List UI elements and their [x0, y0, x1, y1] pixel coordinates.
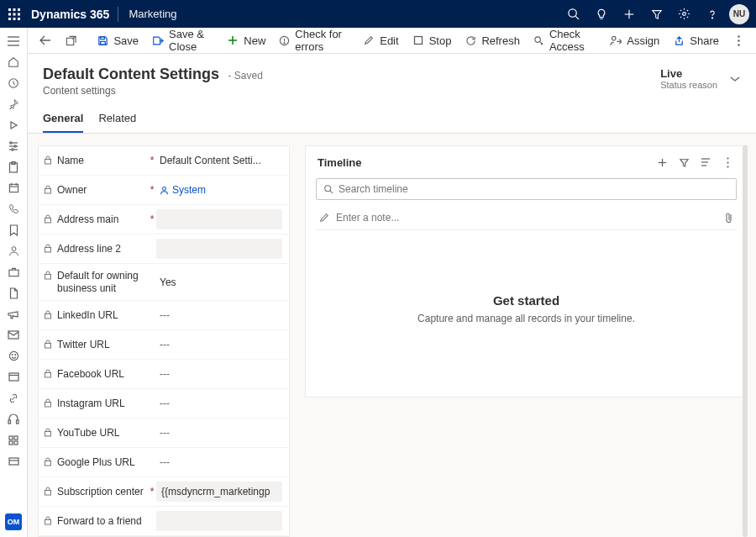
pin-icon[interactable]: [0, 93, 28, 114]
gear-icon[interactable]: [670, 0, 698, 28]
sitemap-rail: OM: [0, 28, 28, 537]
timeline-note-placeholder: Enter a note...: [336, 212, 399, 224]
field-facebook[interactable]: Facebook URL ---: [39, 360, 289, 389]
refresh-button[interactable]: Refresh: [459, 28, 525, 54]
timeline-filter-button[interactable]: [673, 153, 695, 171]
calendar-icon[interactable]: [0, 177, 28, 198]
lock-icon: [44, 369, 54, 379]
save-button[interactable]: Save: [92, 28, 144, 54]
timeline-title: Timeline: [318, 156, 362, 169]
tab-related[interactable]: Related: [98, 107, 136, 133]
back-button[interactable]: [34, 28, 56, 54]
headset-icon[interactable]: [0, 408, 28, 429]
clipboard-icon[interactable]: [0, 156, 28, 177]
field-forward-friend[interactable]: Forward to a friend: [39, 507, 289, 536]
field-googleplus[interactable]: Google Plus URL ---: [39, 448, 289, 477]
stop-button[interactable]: Stop: [407, 28, 457, 54]
grid-icon[interactable]: [0, 429, 28, 450]
briefcase-icon[interactable]: [0, 261, 28, 282]
lock-icon: [44, 185, 54, 195]
field-twitter[interactable]: Twitter URL ---: [39, 330, 289, 360]
lock-icon: [44, 428, 54, 438]
plus-icon[interactable]: [615, 0, 643, 28]
home-icon[interactable]: [0, 51, 28, 72]
svg-point-59: [738, 35, 739, 37]
timeline-sort-button[interactable]: [695, 153, 717, 171]
share-button[interactable]: Share: [668, 28, 724, 54]
overflow-button[interactable]: [727, 28, 749, 54]
field-default-bu[interactable]: Default for owning business unit Yes: [39, 264, 289, 301]
lock-icon: [44, 310, 54, 320]
window-icon[interactable]: [0, 366, 28, 387]
svg-rect-74: [45, 491, 51, 496]
field-youtube[interactable]: YouTube URL ---: [39, 419, 289, 448]
entity-type-label: Content settings: [43, 85, 263, 97]
scrollbar[interactable]: [743, 145, 748, 537]
svg-rect-69: [45, 344, 51, 349]
phone-icon[interactable]: [0, 198, 28, 219]
save-close-button[interactable]: Save & Close: [147, 28, 218, 54]
lock-icon: [44, 244, 54, 254]
megaphone-icon[interactable]: [0, 303, 28, 324]
bookmark-icon[interactable]: [0, 219, 28, 240]
link-icon[interactable]: [0, 387, 28, 408]
check-access-label: Check Access: [549, 28, 596, 53]
timeline-add-button[interactable]: [651, 153, 673, 171]
brand-label[interactable]: Dynamics 365: [28, 8, 118, 21]
svg-rect-33: [8, 270, 18, 276]
field-address-main[interactable]: Address main*: [39, 205, 289, 234]
chevron-down-icon[interactable]: [729, 76, 741, 82]
svg-rect-73: [45, 461, 51, 466]
field-address-2[interactable]: Address line 2: [39, 234, 289, 264]
area-switcher-badge[interactable]: OM: [5, 513, 22, 530]
svg-rect-0: [8, 8, 11, 11]
tab-general[interactable]: General: [43, 107, 83, 133]
search-icon: [323, 184, 333, 194]
svg-rect-66: [45, 248, 51, 253]
timeline-note-input[interactable]: Enter a note...: [316, 205, 737, 230]
area-label[interactable]: Marketing: [118, 8, 186, 20]
svg-rect-45: [14, 441, 18, 445]
global-nav: Dynamics 365 Marketing NU: [0, 0, 756, 28]
lightbulb-icon[interactable]: [587, 0, 615, 28]
pencil-icon: [319, 213, 329, 223]
timeline-more-button[interactable]: [717, 153, 738, 171]
svg-rect-46: [9, 458, 18, 465]
field-linkedin[interactable]: LinkedIn URL ---: [39, 301, 289, 330]
filter-icon[interactable]: [643, 0, 670, 28]
open-new-window-button[interactable]: [60, 28, 81, 54]
field-name[interactable]: Name* Default Content Setti...: [39, 146, 289, 176]
document-icon[interactable]: [0, 282, 28, 303]
check-errors-button[interactable]: Check for errors: [274, 28, 354, 54]
avatar[interactable]: NU: [729, 4, 749, 24]
svg-rect-41: [17, 420, 19, 424]
field-subscription-center[interactable]: Subscription center* {{msdyncrm_marketin…: [39, 477, 289, 507]
svg-point-60: [738, 39, 739, 41]
assign-button[interactable]: Assign: [605, 28, 664, 54]
field-owner[interactable]: Owner* System: [39, 176, 289, 205]
mail-icon[interactable]: [0, 324, 28, 345]
person-icon[interactable]: [0, 240, 28, 261]
svg-point-15: [711, 17, 712, 18]
field-instagram[interactable]: Instagram URL ---: [39, 389, 289, 419]
hamburger-icon[interactable]: [0, 30, 28, 51]
status-value: Live: [660, 67, 717, 80]
share-label: Share: [690, 34, 719, 47]
emoji-icon[interactable]: [0, 345, 28, 366]
settings-list-icon[interactable]: [0, 135, 28, 156]
save-label: Save: [113, 34, 139, 47]
app-launcher-icon[interactable]: [0, 0, 28, 28]
timeline-panel: Timeline Search timeline Enter a note...: [305, 145, 748, 397]
recent-icon[interactable]: [0, 72, 28, 93]
attachment-icon[interactable]: [725, 212, 733, 224]
check-access-button[interactable]: Check Access: [528, 28, 601, 54]
new-button[interactable]: New: [222, 28, 270, 54]
edit-button[interactable]: Edit: [358, 28, 403, 54]
search-icon[interactable]: [559, 0, 587, 28]
card-icon[interactable]: [0, 450, 28, 471]
timeline-search-input[interactable]: Search timeline: [316, 178, 737, 200]
help-icon[interactable]: [698, 0, 726, 28]
svg-rect-68: [45, 314, 51, 319]
svg-point-55: [284, 42, 285, 43]
play-icon[interactable]: [0, 114, 28, 135]
